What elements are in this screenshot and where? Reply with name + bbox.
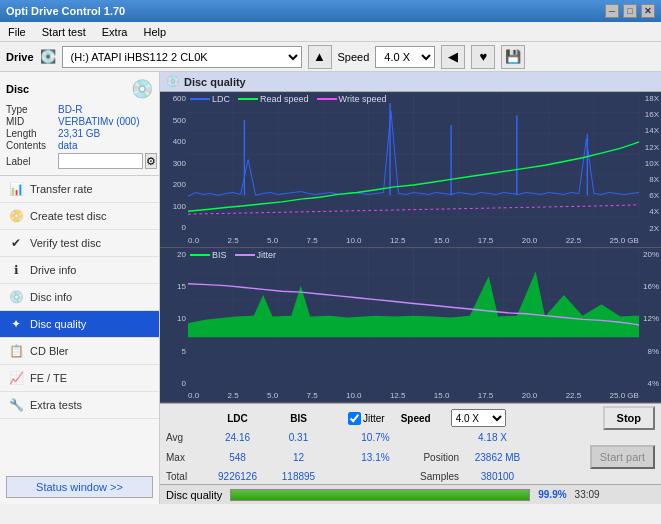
disc-quality-icon: ✦: [8, 316, 24, 332]
nav-fe-te-label: FE / TE: [30, 372, 67, 384]
nav-create-test-disc-label: Create test disc: [30, 210, 106, 222]
nav-transfer-rate-label: Transfer rate: [30, 183, 93, 195]
nav-fe-te[interactable]: 📈 FE / TE: [0, 365, 159, 392]
titlebar: Opti Drive Control 1.70 ─ □ ✕: [0, 0, 661, 22]
position-value: 23862 MB: [465, 452, 530, 463]
statusbar: Disc quality 99.9% 33:09: [160, 484, 661, 504]
chart-titlebar: 💿 Disc quality: [160, 72, 661, 92]
samples-value: 380100: [465, 471, 530, 482]
jitter-col-header: Jitter: [363, 413, 385, 424]
progress-bar-container: [230, 489, 530, 501]
top-y-axis-left: 6005004003002001000: [160, 92, 188, 247]
create-test-disc-icon: 📀: [8, 208, 24, 224]
avg-speed-value: 4.18 X: [465, 432, 520, 443]
save-button[interactable]: 💾: [501, 45, 525, 69]
start-part-button[interactable]: Start part: [590, 445, 655, 469]
drive-select[interactable]: (H:) ATAPI iHBS112 2 CL0K: [62, 46, 302, 68]
speed-unit-select[interactable]: 4.0 X: [451, 409, 506, 427]
menubar: File Start test Extra Help: [0, 22, 661, 42]
length-value: 23,31 GB: [58, 128, 100, 139]
mid-value: VERBATIMv (000): [58, 116, 140, 127]
bottom-y-axis-left: 20151050: [160, 248, 188, 403]
nav-create-test-disc[interactable]: 📀 Create test disc: [0, 203, 159, 230]
bis-legend-label: BIS: [212, 250, 227, 260]
jitter-checkbox[interactable]: [348, 412, 361, 425]
chart-title: Disc quality: [184, 76, 246, 88]
stop-button[interactable]: Stop: [603, 406, 655, 430]
drive-icon: 💽: [40, 49, 56, 64]
total-bis: 118895: [271, 471, 326, 482]
bottom-y-axis-right: 20%16%12%8%4%: [639, 248, 661, 403]
nav-verify-test-disc-label: Verify test disc: [30, 237, 101, 249]
transfer-rate-icon: 📊: [8, 181, 24, 197]
nav-drive-info[interactable]: ℹ Drive info: [0, 257, 159, 284]
avg-ldc: 24.16: [210, 432, 265, 443]
maximize-button[interactable]: □: [623, 4, 637, 18]
type-value: BD-R: [58, 104, 82, 115]
label-edit-button[interactable]: ⚙: [145, 153, 157, 169]
nav-verify-test-disc[interactable]: ✔ Verify test disc: [0, 230, 159, 257]
contents-label: Contents: [6, 140, 58, 151]
nav-cd-bler[interactable]: 📋 CD Bler: [0, 338, 159, 365]
drivebar: Drive 💽 (H:) ATAPI iHBS112 2 CL0K ▲ Spee…: [0, 42, 661, 72]
menu-help[interactable]: Help: [139, 24, 170, 40]
disc-section-label: Disc: [6, 83, 29, 95]
nav-disc-quality[interactable]: ✦ Disc quality: [0, 311, 159, 338]
total-label: Total: [166, 471, 204, 482]
ldc-legend-label: LDC: [212, 94, 230, 104]
write-speed-legend-label: Write speed: [339, 94, 387, 104]
type-label: Type: [6, 104, 58, 115]
main-area: Disc 💿 Type BD-R MID VERBATIMv (000) Len…: [0, 72, 661, 504]
status-window-button[interactable]: Status window >>: [6, 476, 153, 498]
disc-panel: Disc 💿 Type BD-R MID VERBATIMv (000) Len…: [0, 72, 159, 176]
favorite-button[interactable]: ♥: [471, 45, 495, 69]
stats-total-row: Total 9226126 118895 Samples 380100: [166, 471, 655, 482]
nav-disc-info[interactable]: 💿 Disc info: [0, 284, 159, 311]
contents-value: data: [58, 140, 77, 151]
position-label: Position: [409, 452, 459, 463]
max-label: Max: [166, 452, 204, 463]
bottom-chart: BIS Jitter 20151050 20%16%12%8%4%: [160, 248, 661, 404]
nav-extra-tests[interactable]: 🔧 Extra tests: [0, 392, 159, 419]
bottom-x-axis: 0.02.55.07.510.012.515.017.520.022.525.0…: [188, 391, 639, 400]
speed-col-header: Speed: [391, 413, 441, 424]
nav-drive-info-label: Drive info: [30, 264, 76, 276]
jitter-legend-label: Jitter: [257, 250, 277, 260]
speed-select[interactable]: 4.0 X: [375, 46, 435, 68]
disc-icon: 💿: [131, 78, 153, 100]
max-bis: 12: [271, 452, 326, 463]
charts-area: LDC Read speed Write speed 6005004003002…: [160, 92, 661, 403]
menu-file[interactable]: File: [4, 24, 30, 40]
app-title: Opti Drive Control 1.70: [6, 5, 125, 17]
fe-te-icon: 📈: [8, 370, 24, 386]
extra-tests-icon: 🔧: [8, 397, 24, 413]
top-chart: LDC Read speed Write speed 6005004003002…: [160, 92, 661, 248]
content-area: 💿 Disc quality LDC Read speed Write spee…: [160, 72, 661, 504]
sidebar: Disc 💿 Type BD-R MID VERBATIMv (000) Len…: [0, 72, 160, 504]
total-ldc: 9226126: [210, 471, 265, 482]
label-input[interactable]: [58, 153, 143, 169]
read-speed-legend-label: Read speed: [260, 94, 309, 104]
top-legend: LDC Read speed Write speed: [190, 94, 386, 104]
verify-test-disc-icon: ✔: [8, 235, 24, 251]
prev-button[interactable]: ◀: [441, 45, 465, 69]
time-value: 33:09: [575, 489, 600, 500]
eject-button[interactable]: ▲: [308, 45, 332, 69]
minimize-button[interactable]: ─: [605, 4, 619, 18]
max-ldc: 548: [210, 452, 265, 463]
nav-disc-info-label: Disc info: [30, 291, 72, 303]
speed-label: Speed: [338, 51, 370, 63]
menu-start-test[interactable]: Start test: [38, 24, 90, 40]
avg-jitter: 10.7%: [348, 432, 403, 443]
nav-cd-bler-label: CD Bler: [30, 345, 69, 357]
length-label: Length: [6, 128, 58, 139]
stats-header-row: LDC BIS Jitter Speed 4.0 X Stop: [166, 406, 655, 430]
menu-extra[interactable]: Extra: [98, 24, 132, 40]
nav-transfer-rate[interactable]: 📊 Transfer rate: [0, 176, 159, 203]
nav-extra-tests-label: Extra tests: [30, 399, 82, 411]
close-button[interactable]: ✕: [641, 4, 655, 18]
bis-col-header: BIS: [271, 413, 326, 424]
samples-label: Samples: [409, 471, 459, 482]
bottom-chart-svg: [188, 248, 639, 351]
jitter-checkbox-row: Jitter: [348, 412, 385, 425]
